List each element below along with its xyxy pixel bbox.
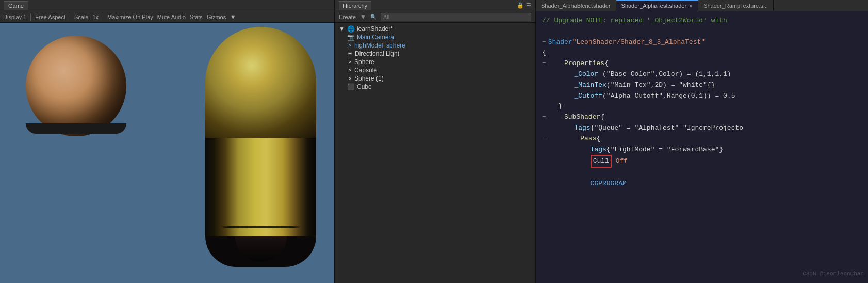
fold-properties[interactable]: −	[542, 58, 546, 69]
tab-ramp-texture[interactable]: Shader_RampTexture.s...	[698, 0, 774, 11]
code-line-empty2	[542, 168, 862, 179]
hierarchy-item-cube[interactable]: ⬛ Cube	[335, 83, 535, 91]
fold-shader[interactable]: −	[542, 37, 546, 48]
subshader-brace: {	[600, 112, 604, 123]
fold-subshader[interactable]: −	[542, 112, 546, 123]
cube-icon: ⬛	[347, 83, 355, 90]
hierarchy-menu-icon[interactable]: ☰	[526, 2, 531, 9]
scale-label: Scale	[74, 14, 89, 20]
scene-icon: 🌐	[347, 25, 355, 33]
subshader-keyword: SubShader	[548, 112, 600, 123]
hierarchy-item-sphere[interactable]: ⚬ Sphere	[335, 58, 535, 66]
code-line-1: // Upgrade NOTE: replaced '_Object2World…	[542, 15, 862, 26]
pass-keyword: Pass	[548, 134, 597, 145]
tab-alpha-test-close[interactable]: ✕	[689, 3, 693, 9]
display-selector[interactable]: Display 1	[3, 14, 26, 20]
create-button[interactable]: Create	[339, 14, 356, 20]
hierarchy-content: ▼ 🌐 learnShader* 📷 Main Camera ⚬ highMod…	[335, 23, 535, 283]
scene-root[interactable]: ▼ 🌐 learnShader*	[335, 25, 535, 33]
cutoff-args: ("Alpha Cutoff",Range(0,1)) = 0.5	[602, 91, 735, 102]
code-line-tags: Tags {"Queue" = "AlphaTest" "IgnoreProje…	[542, 123, 862, 134]
item-label-capsule: Capsule	[354, 67, 377, 74]
light-icon: ☀	[347, 50, 353, 57]
sphere-model-icon: ⚬	[347, 42, 352, 49]
maintex-prop: _MainTex	[542, 80, 607, 91]
hierarchy-panel: Hierarchy 🔒 ☰ Create ▼ 🔍 ▼ 🌐 learnShader…	[334, 0, 535, 283]
code-line-cgprogram: CGPROGRAM	[542, 179, 862, 190]
code-line-open-brace: {	[542, 48, 862, 58]
tab-alpha-blend[interactable]: Shader_AlphaBlend.shader	[536, 0, 616, 11]
sphere-left	[26, 36, 126, 136]
code-line-close-props: }	[542, 101, 862, 112]
hierarchy-item-light[interactable]: ☀ Directional Light	[335, 50, 535, 58]
lightmode-content: {"LightMode" = "ForwardBase"}	[607, 145, 723, 155]
maintex-args: ("Main Tex",2D) = "white"{}	[607, 80, 715, 91]
hierarchy-item-camera[interactable]: 📷 Main Camera	[335, 33, 535, 41]
sphere-band	[26, 123, 126, 134]
capsule-right	[205, 27, 316, 267]
game-toolbar: Display 1 Free Aspect Scale 1x Maximize …	[0, 11, 334, 23]
game-panel: Game Display 1 Free Aspect Scale 1x Maxi…	[0, 0, 334, 283]
mute-button[interactable]: Mute Audio	[157, 14, 186, 20]
tab-alpha-test[interactable]: Shader_AlphaTest.shader ✕	[616, 0, 699, 11]
sphere-icon: ⚬	[347, 58, 352, 66]
scene-name: learnShader*	[357, 25, 393, 33]
capsule-shadow	[221, 226, 301, 228]
stats-button[interactable]: Stats	[190, 14, 203, 20]
cull-value: Off	[612, 156, 628, 167]
code-line-cutoff: _Cutoff ("Alpha Cutoff",Range(0,1)) = 0.…	[542, 91, 862, 102]
pass-brace: {	[596, 134, 600, 145]
scale-value[interactable]: 1x	[92, 14, 99, 20]
tags-content: {"Queue" = "AlphaTest" "IgnoreProjecto	[591, 123, 743, 134]
search-input[interactable]	[381, 13, 531, 21]
game-viewport	[0, 23, 334, 283]
code-line-shader: − Shader "LeonShader/Shader_8_3_AlphaTes…	[542, 37, 862, 48]
color-args: ("Base Color",Color) = (1,1,1,1)	[602, 69, 731, 80]
separator-2	[70, 13, 70, 21]
tab-ramp-texture-label: Shader_RampTexture.s...	[703, 3, 768, 9]
code-comment: // Upgrade NOTE: replaced '_Object2World…	[542, 15, 727, 26]
hierarchy-item-sphere1[interactable]: ⚬ Sphere (1)	[335, 74, 535, 83]
hierarchy-item-capsule[interactable]: ⚬ Capsule	[335, 66, 535, 74]
properties-keyword: Properties	[548, 58, 604, 69]
gizmos-arrow[interactable]: ▼	[230, 14, 236, 20]
gizmos-button[interactable]: Gizmos	[207, 14, 226, 20]
item-label-camera: Main Camera	[357, 34, 394, 41]
hierarchy-controls: 🔒 ☰	[517, 2, 531, 9]
tab-alpha-test-label: Shader_AlphaTest.shader	[621, 3, 687, 9]
maximize-button[interactable]: Maximize On Play	[107, 14, 153, 20]
cutoff-prop: _Cutoff	[542, 91, 602, 102]
capsule-icon: ⚬	[347, 67, 352, 74]
capsule-body	[205, 138, 316, 236]
open-brace: {	[542, 48, 546, 58]
cube-grid-container	[34, 172, 144, 265]
code-content: // Upgrade NOTE: replaced '_Object2World…	[536, 11, 868, 283]
cull-indent	[542, 156, 591, 167]
code-line-properties: − Properties {	[542, 58, 862, 69]
hierarchy-lock-icon[interactable]: 🔒	[517, 2, 524, 9]
cull-keyword: Cull	[591, 155, 612, 168]
separator-3	[103, 13, 103, 21]
capsule-top	[205, 27, 316, 138]
tags-keyword: Tags	[542, 123, 591, 134]
properties-brace: {	[604, 58, 609, 69]
game-tab[interactable]: Game	[4, 1, 28, 10]
search-icon: 🔍	[370, 14, 376, 20]
separator-1	[30, 13, 31, 21]
hierarchy-item-sphere-model[interactable]: ⚬ highModel_sphere	[335, 41, 535, 50]
item-label-cube: Cube	[357, 83, 372, 90]
create-arrow[interactable]: ▼	[360, 13, 366, 21]
item-label-sphere1: Sphere (1)	[354, 75, 384, 82]
hierarchy-tab-bar: Hierarchy 🔒 ☰	[335, 0, 535, 11]
item-label-light: Directional Light	[355, 50, 399, 57]
code-line-pass: − Pass {	[542, 134, 862, 145]
item-label-sphere-model: highModel_sphere	[354, 42, 405, 49]
aspect-selector[interactable]: Free Aspect	[35, 14, 65, 20]
fold-pass[interactable]: −	[542, 134, 546, 145]
code-line-cull: Cull Off	[542, 155, 862, 168]
hierarchy-tab[interactable]: Hierarchy	[339, 1, 371, 10]
code-tabs: Shader_AlphaBlend.shader Shader_AlphaTes…	[536, 0, 868, 11]
code-line-color: _Color ("Base Color",Color) = (1,1,1,1)	[542, 69, 862, 80]
capsule-bottom	[205, 236, 316, 267]
camera-icon: 📷	[347, 34, 355, 41]
